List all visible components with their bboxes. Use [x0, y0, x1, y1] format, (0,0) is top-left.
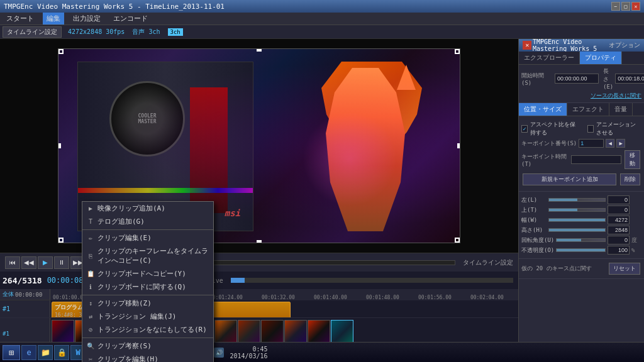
keyframe-number-row: キーポイント番号(S) ◀ ▶ [521, 139, 641, 148]
start-button[interactable]: ⊞ [3, 345, 20, 360]
prev-frame-button[interactable]: ⏮ [5, 256, 20, 269]
ie-btn[interactable]: e [21, 345, 36, 360]
handle-bl[interactable] [58, 238, 64, 243]
menu-output[interactable]: 出力設定 [69, 13, 104, 25]
animation-label: アニメーションさせる [596, 121, 641, 137]
menu-encode[interactable]: エンコード [109, 13, 152, 25]
close-button[interactable]: ✕ [631, 2, 640, 11]
ctx-add-clip[interactable]: ▶ 映像クリップ追加(A) [82, 202, 213, 215]
handle-tl[interactable] [58, 49, 64, 54]
val-width-slider[interactable] [548, 218, 606, 222]
right-panel: ✕ TMPGEnc Video Mastering Works 5 オプション … [518, 39, 644, 362]
tab-explorer[interactable]: エクスプローラー [519, 52, 580, 64]
val-left-slider[interactable] [548, 198, 606, 202]
ctx-no-transition[interactable]: ⊘ トランジションをなにもしてる(R) [82, 323, 213, 336]
keyframe-num-label: キーポイント番号(S) [521, 140, 577, 148]
value-rotation-row: 回転角度(U) 度 [521, 236, 641, 244]
aspect-ratio-row: アスペクト比を保持する アニメーションさせる [521, 121, 641, 137]
kf-next-btn[interactable]: ▶ [616, 139, 625, 148]
aspect-section: アスペクト比を保持する アニメーションさせる キーポイント番号(S) ◀ ▶ キ… [519, 116, 644, 192]
ctx-copy-clipboard[interactable]: 📋 クリップボードへコピー(Y) [82, 267, 213, 280]
menu-bar: スタート 編集 出力設定 エンコード [0, 13, 644, 25]
option-label[interactable]: オプション [609, 41, 640, 50]
val-opacity-input[interactable] [608, 246, 630, 255]
tab-effect[interactable]: エフェクト [567, 103, 609, 116]
tab-position-size[interactable]: 位置・サイズ [519, 103, 567, 116]
handle-tr[interactable] [455, 49, 460, 54]
handle-br[interactable] [455, 238, 460, 243]
menu-start[interactable]: スタート [3, 13, 38, 25]
ctx-edit-transition[interactable]: ⇄ トランジション 編集(J) [82, 310, 213, 323]
minimize-button[interactable]: − [611, 2, 620, 11]
ctx-edit2[interactable]: ✂ クリップを編集(H) [82, 353, 213, 362]
values-section: 左(L) 上(T) 幅(W) [519, 192, 644, 259]
ctx-move-clip[interactable]: ↕ クリップ移動(Z) [82, 297, 213, 310]
keyframe-num-input[interactable] [579, 139, 604, 148]
kf-prev-btn[interactable]: ◀ [606, 139, 614, 148]
playback-bar: ⏮ ◀◀ ▶ ⏸ ▶▶ ⏭ 🔊 ⏺ タイムライン設定 [0, 253, 518, 272]
value-left-row: 左(L) [521, 195, 641, 204]
start-time-label: 開始時間(S) [521, 72, 553, 86]
aspect-checkbox[interactable] [521, 125, 528, 133]
maximize-button[interactable]: □ [621, 2, 630, 11]
val-height-input[interactable] [608, 226, 630, 234]
handle-bottom[interactable] [257, 240, 262, 243]
pause-button[interactable]: ⏸ [54, 256, 69, 269]
right-close-btn[interactable]: ✕ [523, 41, 531, 50]
menu-edit[interactable]: 編集 [43, 13, 64, 25]
length-input[interactable] [615, 74, 644, 84]
text-icon: T [86, 217, 95, 226]
keyframe-time-row: キーポイント時間(T) 移動 [521, 149, 641, 170]
tab-properties[interactable]: プロパティ [580, 52, 622, 64]
track-1-label: #1 [0, 300, 50, 317]
playback-progress[interactable] [231, 278, 513, 283]
val-rotation-input[interactable] [608, 236, 630, 244]
source-length-link[interactable]: ソースの長さに関す [591, 92, 641, 99]
lock-btn[interactable]: 🔒 [54, 345, 69, 360]
keyframe-time-input[interactable] [571, 155, 621, 164]
panel-sub-tabs: 位置・サイズ エフェクト 音量 [519, 103, 644, 116]
animation-checkbox[interactable] [587, 125, 594, 133]
main-layout: COOLERMASTER msi [0, 39, 644, 362]
ctx-add-telop[interactable]: T テログ追加(G) [82, 215, 213, 228]
val-width-input[interactable] [608, 216, 630, 224]
timeline-header: 全体 00:00:00 00:01:00.00 00:01:08.00 00:0… [0, 289, 518, 300]
step-back-button[interactable]: ◀◀ [21, 256, 36, 269]
start-time-input[interactable] [555, 74, 599, 84]
handle-right[interactable] [457, 143, 460, 148]
resolution-info: 4272x2848 30fps 音声 3ch 3ch [68, 28, 183, 36]
value-height-row: 高さ(H) [521, 226, 641, 234]
center-area: COOLERMASTER msi [0, 39, 518, 362]
info-icon: ℹ [86, 283, 95, 292]
val-height-slider[interactable] [548, 228, 606, 232]
clipboard-icon: 📋 [86, 270, 95, 278]
val-top-slider[interactable] [548, 208, 606, 212]
app-title: TMPGEnc Video Mastering Works 5 - TimeLi… [4, 3, 225, 11]
val-rotation-slider[interactable] [556, 238, 606, 242]
delete-keypoint-btn[interactable]: 削除 [620, 173, 640, 185]
value-top-row: 上(T) [521, 206, 641, 214]
folder-btn[interactable]: 📁 [38, 345, 53, 360]
context-menu: ▶ 映像クリップ追加(A) T テログ追加(G) ✏ クリップ編集(E) ⎘ ク… [82, 201, 214, 362]
ctx-clipboard-info[interactable]: ℹ クリップボードに関する(Q) [82, 280, 213, 293]
val-top-input[interactable] [608, 206, 630, 214]
handle-top[interactable] [257, 49, 262, 52]
add-keypoint-btn[interactable]: 新規キーポイント追加 [523, 173, 616, 185]
length-label: 長さ(E) [603, 67, 613, 90]
timeline-settings-toolbar-btn[interactable]: タイムライン設定 [3, 26, 62, 38]
ctx-edit-clip[interactable]: ✏ クリップ編集(E) [82, 231, 213, 244]
handle-left[interactable] [58, 143, 61, 148]
panel-main-tabs: エクスプローラー プロパティ [519, 52, 644, 65]
reset-button[interactable]: リセット [609, 263, 640, 275]
ctx-copy-keyframe[interactable]: ⎘ クリップのキーフレームをタイムラインへコピー(C) [82, 244, 213, 267]
value-opacity-row: 不透明度(O) % [521, 246, 641, 255]
val-opacity-slider[interactable] [556, 248, 606, 252]
seek-btn[interactable]: 移動 [625, 150, 640, 169]
ctx-sep-3 [82, 337, 213, 338]
tab-volume[interactable]: 音量 [609, 103, 633, 116]
play-button[interactable]: ▶ [38, 256, 53, 269]
val-left-input[interactable] [608, 195, 630, 204]
ctx-inspect[interactable]: 🔍 クリップ考察(S) [82, 339, 213, 353]
keyframe-action-btns: 新規キーポイント追加 削除 [521, 172, 641, 187]
edit-icon: ✏ [86, 234, 95, 243]
